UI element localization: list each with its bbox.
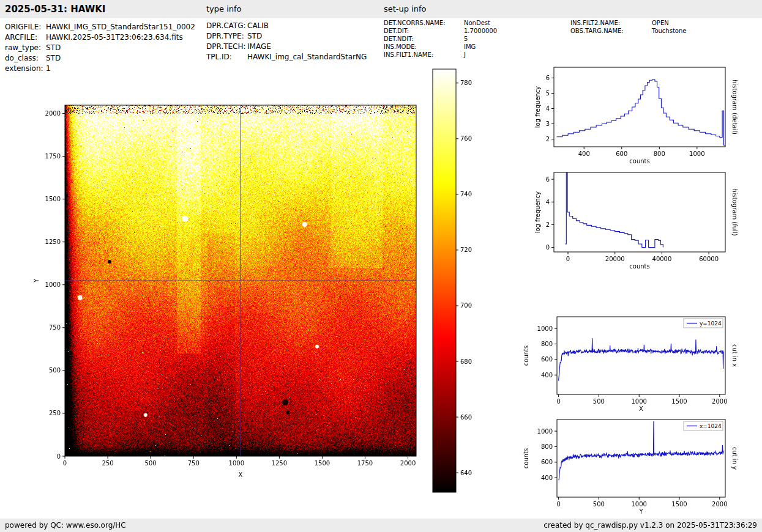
page-title: 2025-05-31: HAWKI: [5, 0, 105, 18]
meta-label: DET.NDIT:: [384, 35, 464, 43]
meta-value: J: [464, 51, 466, 58]
hist-detail-plot: 400600800100023456countslog frequencyhis…: [534, 67, 738, 164]
setup-info-heading: set-up info: [384, 0, 427, 18]
svg-text:y=1024: y=1024: [700, 320, 722, 327]
legend: x=1024: [684, 421, 723, 430]
svg-text:0: 0: [57, 453, 61, 460]
svg-text:2000: 2000: [712, 398, 727, 405]
meta-value: HAWKI_IMG_STD_StandardStar151_0002: [46, 23, 195, 31]
svg-text:500: 500: [49, 367, 61, 374]
svg-text:5: 5: [546, 90, 550, 97]
hist-full-plot: 02000040000600000246countslog frequencyh…: [534, 172, 738, 270]
svg-text:Y: Y: [33, 278, 40, 283]
meta-label: INS.MODE:: [384, 43, 464, 51]
meta-label: INS.FILT1.NAME:: [384, 51, 464, 59]
svg-text:1500: 1500: [45, 196, 61, 202]
footer-bar: powered by QC: www.eso.org/HC created by…: [0, 519, 762, 532]
svg-text:X: X: [239, 471, 243, 478]
svg-text:counts: counts: [523, 448, 529, 468]
svg-text:cut in x: cut in x: [731, 344, 738, 367]
svg-text:1750: 1750: [357, 460, 373, 467]
meta-row-do-class: do_class:STD: [5, 53, 195, 64]
meta-label: DET.NCORRS.NAME:: [384, 19, 464, 27]
svg-text:600: 600: [541, 459, 553, 465]
svg-text:760: 760: [460, 135, 472, 142]
meta-label: raw_type:: [5, 43, 46, 53]
meta-row-obs-targ: OBS.TARG.NAME:Touchstone: [570, 27, 686, 35]
svg-text:2000: 2000: [712, 501, 727, 508]
svg-text:680: 680: [460, 358, 472, 365]
meta-row-det-dit: DET.DIT:1.7000000: [384, 27, 497, 35]
meta-label: TPL.ID:: [206, 52, 247, 62]
meta-label: DPR.CATG:: [206, 21, 247, 31]
meta-row-ins-filt1: INS.FILT1.NAME:J: [384, 51, 497, 59]
meta-row-dpr-catg: DPR.CATG:CALIB: [206, 21, 367, 31]
meta-value: CALIB: [247, 21, 269, 30]
svg-text:3: 3: [546, 120, 550, 127]
svg-text:X: X: [639, 405, 643, 412]
svg-text:800: 800: [541, 443, 553, 450]
meta-label: DPR.TECH:: [206, 42, 247, 52]
svg-text:750: 750: [49, 324, 61, 331]
file-info-block: ORIGFILE:HAWKI_IMG_STD_StandardStar151_0…: [5, 22, 195, 74]
meta-value: HAWKI_img_cal_StandardStarNG: [247, 53, 367, 61]
svg-text:400: 400: [578, 150, 590, 157]
meta-value: STD: [46, 43, 61, 52]
svg-text:6: 6: [546, 176, 550, 183]
footer-credit-right: created by qc_rawdisp.py v1.2.3 on 2025-…: [543, 519, 757, 532]
meta-label: OBS.TARG.NAME:: [570, 27, 652, 35]
svg-text:500: 500: [145, 460, 157, 467]
meta-row-det-ndit: DET.NDIT:5: [384, 35, 497, 43]
svg-text:640: 640: [460, 470, 472, 476]
svg-text:2000: 2000: [45, 110, 61, 117]
svg-text:2: 2: [546, 221, 550, 228]
meta-row-dpr-tech: DPR.TECH:IMAGE: [206, 42, 367, 52]
svg-text:1750: 1750: [45, 153, 61, 160]
svg-text:1000: 1000: [631, 398, 646, 405]
svg-text:1000: 1000: [631, 501, 646, 508]
svg-text:cut in y: cut in y: [731, 447, 738, 470]
svg-text:counts: counts: [629, 158, 649, 164]
svg-text:780: 780: [460, 79, 472, 86]
svg-text:2000: 2000: [400, 460, 416, 467]
colorbar-canvas: [433, 69, 456, 492]
meta-row-ins-mode: INS.MODE:IMG: [384, 43, 497, 51]
meta-row-arcfile: ARCFILE:HAWKI.2025-05-31T23:06:23.634.fi…: [5, 32, 195, 43]
svg-text:1000: 1000: [45, 281, 61, 288]
meta-value: STD: [247, 32, 262, 40]
svg-text:400: 400: [541, 372, 553, 379]
svg-text:histogram (detail): histogram (detail): [731, 79, 738, 135]
page: 2025-05-31: HAWKI type info set-up info …: [0, 0, 762, 532]
svg-text:250: 250: [102, 460, 114, 467]
svg-text:1000: 1000: [229, 460, 244, 467]
meta-label: do_class:: [5, 53, 46, 64]
svg-text:0: 0: [556, 501, 560, 508]
svg-text:0: 0: [566, 256, 570, 262]
meta-value: 1: [46, 64, 51, 73]
svg-text:400: 400: [541, 475, 553, 481]
svg-text:log frequency: log frequency: [534, 86, 541, 128]
meta-label: extension:: [5, 64, 46, 74]
svg-text:1500: 1500: [671, 501, 687, 508]
svg-text:600: 600: [541, 356, 553, 363]
svg-text:1000: 1000: [537, 428, 553, 435]
meta-label: ARCFILE:: [5, 32, 46, 43]
meta-value: HAWKI.2025-05-31T23:06:23.634.fits: [46, 33, 183, 42]
svg-text:740: 740: [460, 191, 472, 198]
svg-text:500: 500: [593, 501, 605, 508]
svg-text:counts: counts: [523, 345, 529, 366]
svg-text:0: 0: [546, 244, 550, 251]
svg-text:4: 4: [546, 105, 550, 112]
svg-text:4: 4: [546, 199, 550, 205]
meta-label: DPR.TYPE:: [206, 31, 247, 42]
setup-info-block-2: INS.FILT2.NAME:OPEN OBS.TARG.NAME:Touchs…: [570, 19, 686, 35]
svg-text:1000: 1000: [689, 150, 704, 157]
header-bar: 2025-05-31: HAWKI type info set-up info: [0, 0, 762, 18]
svg-text:1000: 1000: [537, 325, 553, 332]
svg-text:600: 600: [616, 150, 627, 157]
setup-info-block: DET.NCORRS.NAME:NonDest DET.DIT:1.700000…: [384, 19, 497, 59]
svg-text:700: 700: [460, 302, 472, 309]
cut-x-plot: 05001000150020004006008001000Xcountscut …: [523, 317, 738, 412]
meta-value: 1.7000000: [464, 28, 497, 34]
svg-text:0: 0: [63, 460, 67, 467]
